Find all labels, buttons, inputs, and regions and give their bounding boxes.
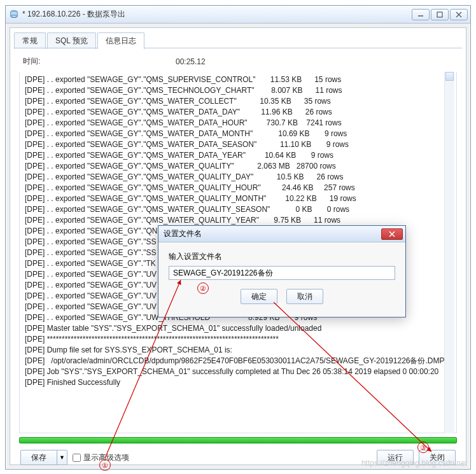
dialog-cancel-button[interactable]: 取消 — [286, 289, 323, 304]
time-value: 00:25.12 — [176, 57, 206, 66]
tab-info-log[interactable]: 信息日志 — [97, 32, 144, 49]
tab-strip: 常规 SQL 预览 信息日志 — [10, 28, 466, 48]
tab-general[interactable]: 常规 — [14, 32, 46, 49]
close-button[interactable] — [450, 9, 468, 20]
minimize-button[interactable] — [412, 9, 430, 20]
bottom-bar: 保存 ▼ 显示高级选项 运行 关闭 — [17, 450, 459, 469]
save-dropdown-icon[interactable]: ▼ — [57, 450, 67, 465]
svg-rect-2 — [437, 12, 442, 17]
dialog-title: 设置文件名 — [164, 228, 381, 239]
scrollbar-thumb[interactable] — [445, 72, 454, 81]
progress-bar — [19, 437, 457, 443]
tab-sql-preview[interactable]: SQL 预览 — [47, 32, 96, 49]
time-label: 时间: — [23, 56, 176, 67]
log-scrollbar[interactable] — [444, 72, 454, 433]
run-button[interactable]: 运行 — [377, 450, 414, 465]
save-button[interactable]: 保存 — [20, 450, 57, 465]
advanced-options-check[interactable]: 显示高级选项 — [73, 452, 129, 463]
maximize-button[interactable] — [431, 9, 449, 20]
dialog-ok-button[interactable]: 确定 — [241, 289, 277, 304]
dialog-close-button[interactable] — [381, 228, 403, 240]
close-window-button[interactable]: 关闭 — [419, 450, 456, 465]
advanced-checkbox[interactable] — [73, 454, 81, 462]
save-split-button[interactable]: 保存 ▼ — [20, 450, 67, 465]
advanced-label: 显示高级选项 — [83, 452, 129, 463]
filename-dialog: 设置文件名 输入设置文件名 确定 取消 — [158, 225, 406, 317]
time-row: 时间: 00:25.12 — [23, 56, 459, 67]
dialog-input-label: 输入设置文件名 — [169, 251, 395, 262]
database-icon — [10, 10, 18, 19]
titlebar[interactable]: * 192.168.10.226 - 数据泵导出 — [6, 6, 470, 24]
dialog-titlebar[interactable]: 设置文件名 — [158, 226, 405, 242]
window-title: * 192.168.10.226 - 数据泵导出 — [22, 9, 412, 20]
filename-input[interactable] — [169, 266, 395, 280]
